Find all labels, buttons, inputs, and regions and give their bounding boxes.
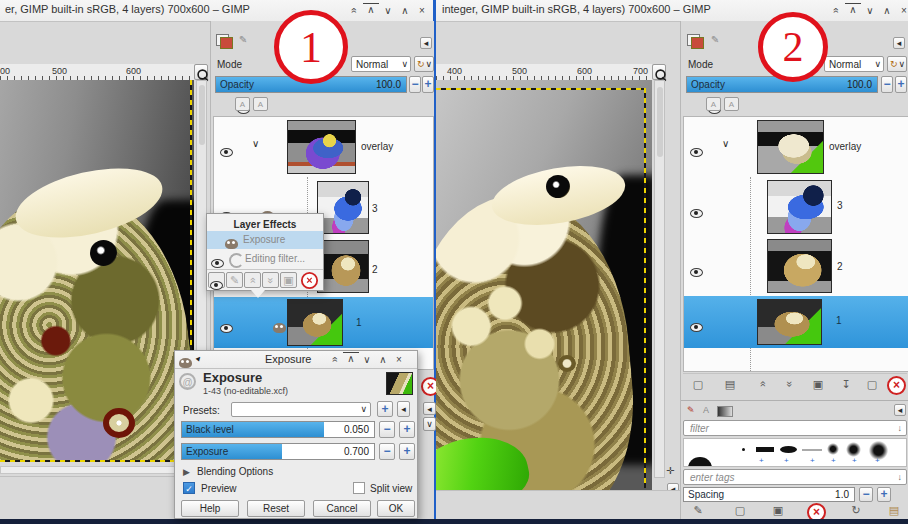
blend-space-dropdown[interactable]: ↻ ∨ — [887, 56, 907, 72]
lock-alpha-button[interactable]: A — [253, 97, 268, 111]
layer-name[interactable]: 2 — [372, 264, 378, 275]
close-icon[interactable]: × — [391, 352, 407, 367]
cancel-button[interactable]: Cancel — [313, 500, 371, 517]
drop-arrow-icon[interactable]: ↓ — [898, 423, 903, 433]
layer-name[interactable]: 2 — [837, 261, 843, 272]
raise-layer-button[interactable]: » — [753, 378, 771, 390]
scroll-thumb[interactable] — [199, 85, 205, 145]
layers-dialog-tab-icon[interactable] — [687, 34, 703, 47]
rollup-icon[interactable]: » — [346, 3, 362, 18]
layer-row-1-selected[interactable]: 1 — [684, 296, 908, 348]
duplicate-layer-button[interactable]: ▣ — [809, 378, 827, 391]
right-canvas-vscrollbar[interactable] — [654, 80, 665, 478]
brush-line[interactable] — [802, 449, 822, 451]
mode-dropdown[interactable]: Normal ∨ — [351, 56, 411, 72]
navigation-cross-icon[interactable]: ✛ — [666, 465, 674, 476]
pin-icon[interactable]: ▴ — [194, 353, 204, 364]
eye-icon[interactable] — [211, 259, 224, 268]
duplicate-brush-button[interactable]: ▣ — [769, 504, 787, 517]
minimize-icon[interactable]: ∨ — [359, 352, 375, 367]
minimize-icon[interactable]: ∨ — [380, 3, 396, 18]
shade-icon[interactable]: ∧ — [363, 3, 379, 16]
layer-name[interactable]: 3 — [372, 203, 378, 214]
brush-tab-icon[interactable]: ✎ — [687, 405, 695, 415]
preview-checkbox[interactable]: ✓ — [183, 482, 195, 494]
right-titlebar[interactable]: integer, GIMP built-in sRGB, 4 layers) 7… — [436, 0, 908, 22]
layer-thumbnail[interactable] — [287, 299, 343, 346]
brush-fuzzy-small[interactable] — [827, 443, 839, 455]
drop-arrow-icon[interactable]: ↓ — [898, 472, 903, 482]
spacing-slider[interactable]: Spacing 1.0 — [683, 487, 855, 502]
effects-tab-icon[interactable]: ✎ — [711, 34, 719, 45]
refresh-brushes-button[interactable]: ↻ — [847, 504, 865, 517]
merge-effect-button[interactable]: ▣ — [280, 272, 297, 288]
black-level-slider[interactable]: Black level 0.050 — [181, 421, 375, 438]
new-brush-button[interactable]: ▢ — [731, 504, 749, 517]
exposure-increase[interactable]: + — [399, 443, 415, 460]
merge-layer-button[interactable]: ↧ — [837, 378, 855, 391]
open-brush-folder-button[interactable]: ▤ — [885, 504, 903, 517]
effects-tab-icon[interactable]: ✎ — [239, 34, 247, 45]
layer-name[interactable]: overlay — [829, 141, 861, 152]
brush-grid[interactable]: + + + + + + — [683, 438, 907, 467]
add-preset-button[interactable]: + — [377, 401, 393, 417]
lock-pixels-button[interactable]: A — [706, 97, 721, 111]
remove-effect-button[interactable] — [300, 271, 319, 294]
delete-layer-icon[interactable] — [887, 376, 906, 395]
rollup-icon[interactable]: » — [327, 352, 343, 367]
zoom-follow-button[interactable] — [194, 64, 208, 80]
opacity-increase-button[interactable]: + — [422, 76, 434, 93]
dock-scroll-button[interactable]: ∨ — [423, 417, 436, 431]
new-group-button[interactable]: ▤ — [721, 378, 739, 391]
layer-row-2[interactable]: 2 — [684, 237, 908, 295]
close-icon[interactable]: × — [414, 3, 430, 18]
eye-icon[interactable] — [220, 148, 233, 157]
new-layer-button[interactable]: ▢ — [689, 378, 707, 391]
black-level-increase[interactable]: + — [399, 421, 415, 438]
brush-bar[interactable] — [756, 447, 774, 452]
edit-effect-button[interactable]: ✎ — [226, 272, 243, 288]
black-level-decrease[interactable]: − — [379, 421, 395, 438]
left-titlebar[interactable]: er, GIMP built-in sRGB, 4 layers) 700x60… — [0, 0, 433, 22]
brush-ellipse[interactable] — [780, 446, 797, 453]
toggle-visibility-button[interactable] — [208, 272, 225, 288]
lock-alpha-button[interactable]: A — [724, 97, 739, 111]
opacity-decrease-button[interactable]: − — [409, 76, 421, 93]
panel-menu-button[interactable]: ◂ — [893, 37, 905, 49]
layer-effects-icon[interactable] — [273, 323, 286, 333]
raise-effect-button[interactable]: » — [244, 272, 261, 288]
gradient-tab-icon[interactable] — [717, 406, 733, 417]
mode-dropdown[interactable]: Normal ∨ — [824, 56, 884, 72]
blending-options-label[interactable]: Blending Options — [197, 466, 273, 477]
brush-half-dome[interactable] — [688, 457, 712, 467]
close-icon[interactable]: × — [896, 3, 908, 18]
popup-item-exposure[interactable]: Exposure — [207, 231, 323, 249]
mask-layer-button[interactable]: ▢ — [863, 378, 881, 391]
ok-button[interactable]: OK — [377, 500, 415, 517]
layers-dialog-tab-icon[interactable] — [216, 34, 232, 47]
layer-thumbnail[interactable] — [767, 239, 832, 293]
layer-thumbnail[interactable] — [757, 299, 822, 345]
help-button[interactable]: Help — [181, 500, 239, 517]
chevron-down-icon[interactable]: ∨ — [722, 138, 729, 149]
layer-thumbnail[interactable] — [317, 240, 369, 293]
right-canvas[interactable] — [436, 80, 652, 490]
spacing-decrease[interactable]: − — [859, 487, 873, 502]
expander-icon[interactable]: ▶ — [183, 467, 190, 477]
layer-thumbnail[interactable] — [287, 120, 356, 174]
lower-effect-button[interactable]: » — [262, 272, 279, 288]
dialog-titlebar[interactable]: ▴ Exposure » ∧ ∨ ∧ × — [175, 351, 417, 369]
panel-menu-button[interactable]: ◂ — [420, 37, 432, 49]
brush-filter-input[interactable]: filter ↓ — [683, 420, 907, 436]
font-tab-icon[interactable]: A — [703, 405, 709, 415]
rollup-icon[interactable]: » — [828, 3, 844, 18]
reset-button[interactable]: Reset — [247, 500, 305, 517]
spacing-increase[interactable]: + — [877, 487, 891, 502]
blend-space-dropdown[interactable]: ↻ ∨ — [414, 56, 434, 72]
maximize-icon[interactable]: ∧ — [375, 352, 391, 367]
opacity-decrease-button[interactable]: − — [881, 76, 893, 93]
eye-icon[interactable] — [690, 148, 703, 157]
shade-icon[interactable]: ∧ — [845, 3, 861, 16]
layer-row-overlay[interactable]: ∨ overlay — [214, 119, 433, 177]
presets-combo[interactable]: ∨ — [231, 402, 371, 417]
